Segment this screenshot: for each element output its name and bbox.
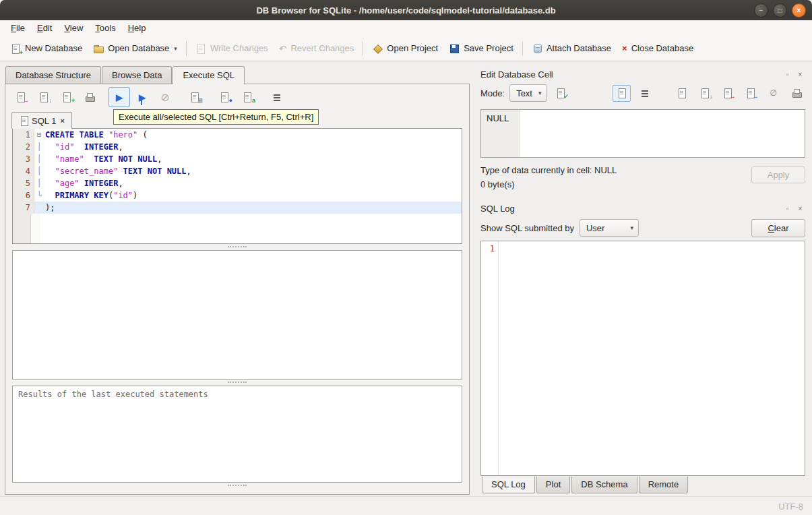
dock-float-icon[interactable]: ▫: [782, 69, 792, 79]
stop-icon: ⊘: [160, 91, 169, 104]
results-placeholder: Results of the last executed statements: [18, 390, 208, 399]
execute-line-button[interactable]: ▶: [131, 87, 153, 107]
attach-database-label: Attach Database: [546, 43, 611, 53]
tab-db-schema[interactable]: DB Schema: [571, 477, 637, 493]
find-replace-button[interactable]: ●: [214, 87, 235, 107]
menu-edit[interactable]: Edit: [31, 22, 58, 34]
apply-button: Apply: [751, 166, 805, 183]
mode-label: Mode:: [480, 88, 505, 98]
save-cell-button[interactable]: ↓: [695, 85, 714, 102]
titlebar[interactable]: DB Browser for SQLite - /home/user/code/…: [0, 0, 812, 20]
execute-tooltip: Execute all/selected SQL [Ctrl+Return, F…: [113, 109, 319, 125]
stop-execution-button: ⊘: [154, 87, 176, 107]
export-cell-button[interactable]: →: [741, 85, 759, 102]
editor-filler[interactable]: [13, 214, 462, 243]
word-wrap-button[interactable]: [266, 87, 288, 107]
sql-editor-lines: 1⊟CREATE TABLE "hero" (2│ "id" INTEGER,3…: [13, 129, 462, 214]
tab-plot[interactable]: Plot: [536, 477, 570, 493]
apply-label: Apply: [768, 170, 790, 180]
dock-close-icon[interactable]: ×: [795, 204, 805, 213]
submitted-by-value: User: [586, 223, 604, 233]
editor-line[interactable]: 4│ "secret_name" TEXT NOT NULL,: [13, 165, 462, 177]
copy-cell-button[interactable]: [673, 85, 691, 102]
menu-file[interactable]: File: [5, 22, 31, 34]
tab-browse-data[interactable]: Browse Data: [102, 66, 172, 84]
clear-log-button[interactable]: Clear: [751, 219, 805, 237]
horizontal-splitter[interactable]: [5, 244, 469, 250]
close-database-button[interactable]: × Close Database: [617, 40, 699, 57]
cell-editor[interactable]: NULL: [480, 109, 805, 158]
line-number: 2: [13, 141, 34, 153]
line-number: 4: [13, 165, 34, 177]
maximize-button[interactable]: □: [773, 3, 787, 18]
tab-execute-sql[interactable]: Execute SQL: [173, 66, 245, 84]
set-null-button[interactable]: ∅: [764, 85, 782, 102]
execute-sql-panel: → ↓ + ▶ ▶ ⊘ ≣ ● a: [5, 84, 470, 495]
export-results-button[interactable]: ≣: [184, 87, 206, 107]
log-line-number: 1: [490, 244, 495, 253]
main-toolbar: + New Database Open Database ▾ Write Cha…: [0, 36, 812, 61]
open-project-label: Open Project: [387, 43, 438, 53]
submitted-by-select[interactable]: User ▾: [580, 219, 639, 237]
word-wrap-icon: [272, 92, 282, 102]
import-cell-button[interactable]: →: [718, 85, 737, 102]
editor-line[interactable]: 3│ "name" TEXT NOT NULL,: [13, 153, 462, 165]
fold-marker-icon[interactable]: ⊟: [34, 129, 44, 141]
panel-resize-grip[interactable]: [5, 483, 469, 494]
open-sql-file-icon: →: [15, 92, 26, 102]
line-number: 5: [13, 177, 34, 189]
open-sql-file-button[interactable]: →: [10, 87, 32, 107]
tab-remote[interactable]: Remote: [639, 477, 689, 493]
rtl-text-button[interactable]: [635, 85, 654, 102]
close-tab-icon[interactable]: ×: [60, 117, 64, 125]
status-bar: UTF-8: [0, 496, 812, 515]
auto-switch-mode-button[interactable]: ✓: [552, 85, 570, 102]
menu-view[interactable]: View: [58, 22, 89, 34]
editor-line[interactable]: 2│ "id" INTEGER,: [13, 141, 462, 153]
editor-line[interactable]: 6└ PRIMARY KEY("id"): [13, 189, 462, 202]
tab-database-structure[interactable]: Database Structure: [5, 66, 101, 84]
editor-line[interactable]: 5│ "age" INTEGER,: [13, 177, 462, 189]
minimize-button[interactable]: −: [754, 3, 768, 18]
open-project-button[interactable]: Open Project: [367, 40, 443, 57]
editor-line[interactable]: 1⊟CREATE TABLE "hero" (: [13, 129, 462, 141]
tab-sql-log[interactable]: SQL Log: [482, 477, 535, 493]
dock-float-icon[interactable]: ▫: [782, 204, 792, 213]
dock-close-icon[interactable]: ×: [795, 69, 805, 79]
attach-database-button[interactable]: Attach Database: [526, 40, 617, 57]
sql-editor[interactable]: 1⊟CREATE TABLE "hero" (2│ "id" INTEGER,3…: [12, 128, 462, 244]
export-results-icon: ≣: [189, 92, 200, 102]
code-text: CREATE TABLE "hero" (: [44, 129, 462, 141]
save-sql-file-button[interactable]: ↓: [33, 87, 55, 107]
editor-line[interactable]: 7);: [13, 202, 462, 214]
print-cell-button[interactable]: [787, 85, 805, 102]
new-database-button[interactable]: + New Database: [5, 40, 88, 57]
save-project-label: Save Project: [464, 43, 513, 53]
revert-changes-button: ↶ Revert Changes: [274, 40, 360, 57]
menu-help[interactable]: Help: [122, 22, 152, 34]
mode-select[interactable]: Text ▾: [509, 84, 546, 102]
code-text: "id" INTEGER,: [44, 141, 462, 153]
filter-label: Show SQL submitted by: [480, 223, 574, 233]
save-project-icon: [449, 43, 460, 54]
menu-tools[interactable]: Tools: [89, 22, 121, 34]
print-sql-button[interactable]: [79, 87, 100, 107]
text-view-button[interactable]: [613, 85, 631, 102]
save-project-button[interactable]: Save Project: [443, 40, 519, 57]
close-button[interactable]: ×: [792, 3, 806, 18]
auto-complete-button[interactable]: a: [237, 87, 258, 107]
fold-marker-icon: │: [34, 177, 44, 189]
horizontal-splitter[interactable]: [5, 380, 469, 386]
log-content[interactable]: [499, 241, 805, 475]
results-grid[interactable]: [12, 250, 462, 380]
execute-all-button[interactable]: ▶: [108, 87, 130, 107]
code-text: );: [44, 202, 462, 214]
sql-log-area[interactable]: 1: [480, 241, 805, 476]
open-database-button[interactable]: Open Database ▾: [88, 40, 183, 57]
log-gutter: 1: [481, 241, 499, 475]
open-database-dropdown-icon[interactable]: ▾: [174, 45, 177, 52]
sql-document-tab[interactable]: SQL 1 ×: [11, 112, 72, 129]
sql-log-dock-header: SQL Log ▫ ×: [480, 202, 805, 215]
save-sql-as-button[interactable]: +: [56, 87, 77, 107]
line-number: 3: [13, 153, 34, 165]
